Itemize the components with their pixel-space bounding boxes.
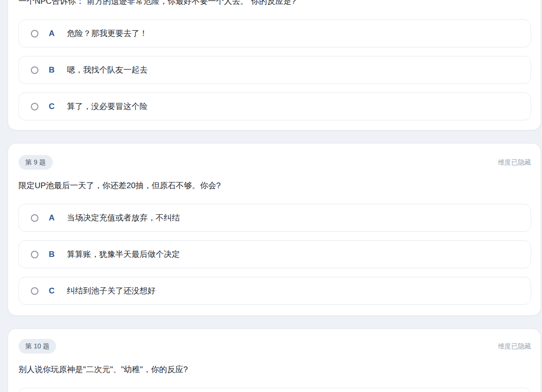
- option-card-c[interactable]: C 纠结到池子关了还没想好: [19, 277, 531, 305]
- option-text: 嗯，我找个队友一起去: [67, 64, 148, 75]
- question-text: 一个NPC告诉你："前方的遗迹非常危险，你最好不要一个人去。"你的反应是?: [19, 0, 531, 6]
- radio-icon[interactable]: [31, 287, 38, 295]
- option-text: 危险？那我更要去了！: [67, 28, 148, 39]
- radio-icon[interactable]: [31, 66, 38, 74]
- question-text: 别人说你玩原神是"二次元"、"幼稚"，你的反应?: [19, 365, 531, 374]
- radio-icon[interactable]: [31, 30, 38, 37]
- option-text: 纠结到池子关了还没想好: [67, 285, 156, 296]
- option-card-a[interactable]: A 危险？那我更要去了！: [19, 19, 531, 47]
- option-text: 算了，没必要冒这个险: [67, 101, 148, 112]
- option-letter: B: [47, 250, 56, 259]
- question-number-badge: 第 9 题: [19, 155, 53, 170]
- option-card-b[interactable]: B 嗯，我找个队友一起去: [19, 56, 531, 84]
- question-card-partial: 一个NPC告诉你："前方的遗迹非常危险，你最好不要一个人去。"你的反应是? A …: [8, 0, 541, 130]
- option-letter: A: [47, 213, 56, 223]
- question-number-badge: 第 10 题: [19, 339, 56, 354]
- question-card-9: 第 9 题 维度已隐藏 限定UP池最后一天了，你还差20抽，但原石不够。你会? …: [8, 143, 541, 316]
- option-text: 当场决定充值或者放弃，不纠结: [67, 212, 180, 223]
- radio-icon[interactable]: [31, 103, 38, 110]
- option-text: 算算账，犹豫半天最后做个决定: [67, 249, 180, 260]
- option-letter: C: [47, 102, 56, 111]
- question-header: 第 9 题 维度已隐藏: [19, 155, 531, 170]
- radio-icon[interactable]: [31, 251, 38, 258]
- option-card-a[interactable]: A 当场决定充值或者放弃，不纠结: [19, 204, 531, 232]
- question-header: 第 10 题 维度已隐藏: [19, 339, 531, 354]
- option-card-c[interactable]: C 算了，没必要冒这个险: [19, 92, 531, 120]
- options-list: A 危险？那我更要去了！ B 嗯，我找个队友一起去 C 算了，没必要冒这个险: [19, 19, 531, 120]
- question-text: 限定UP池最后一天了，你还差20抽，但原石不够。你会?: [19, 181, 531, 191]
- dimension-hidden-label: 维度已隐藏: [498, 158, 531, 167]
- option-card-b[interactable]: B 算算账，犹豫半天最后做个决定: [19, 240, 531, 268]
- question-card-10: 第 10 题 维度已隐藏 别人说你玩原神是"二次元"、"幼稚"，你的反应?: [8, 328, 541, 392]
- quiz-page: 一个NPC告诉你："前方的遗迹非常危险，你最好不要一个人去。"你的反应是? A …: [0, 0, 542, 392]
- option-card-stub[interactable]: [19, 388, 531, 392]
- option-letter: A: [47, 29, 56, 38]
- option-letter: C: [47, 286, 56, 296]
- dimension-hidden-label: 维度已隐藏: [498, 342, 531, 351]
- option-letter: B: [47, 65, 56, 75]
- options-list: A 当场决定充值或者放弃，不纠结 B 算算账，犹豫半天最后做个决定 C 纠结到池…: [19, 204, 531, 305]
- radio-icon[interactable]: [31, 214, 38, 222]
- options-list: [19, 388, 531, 392]
